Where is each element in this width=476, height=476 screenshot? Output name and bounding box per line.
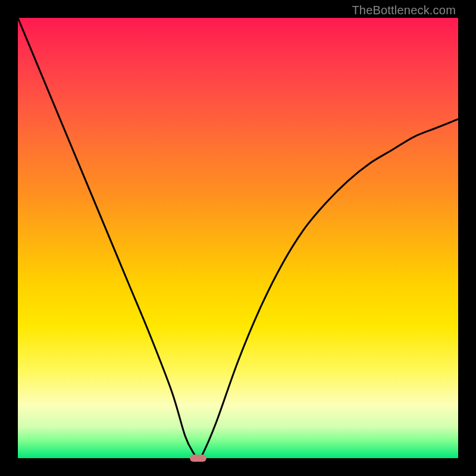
- bottleneck-curve: [18, 18, 458, 458]
- optimal-marker: [190, 455, 206, 462]
- chart-container: TheBottleneck.com: [0, 0, 476, 476]
- watermark-text: TheBottleneck.com: [352, 4, 456, 17]
- curve-svg: [18, 18, 458, 458]
- plot-area: [18, 18, 458, 458]
